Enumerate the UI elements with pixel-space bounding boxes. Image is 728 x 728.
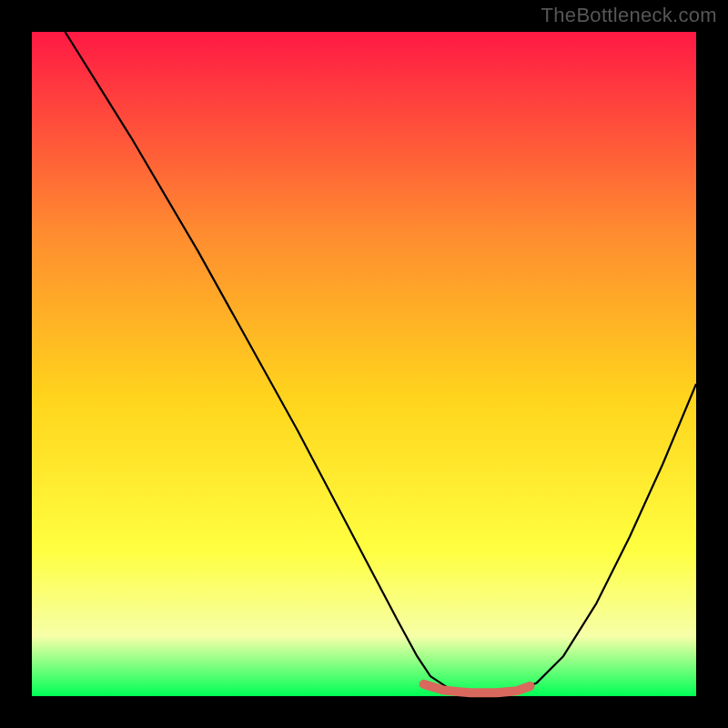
plot-background xyxy=(32,32,696,696)
watermark-label: TheBottleneck.com xyxy=(541,4,717,27)
chart-stage: TheBottleneck.com xyxy=(0,0,728,728)
bottleneck-chart xyxy=(0,0,728,728)
